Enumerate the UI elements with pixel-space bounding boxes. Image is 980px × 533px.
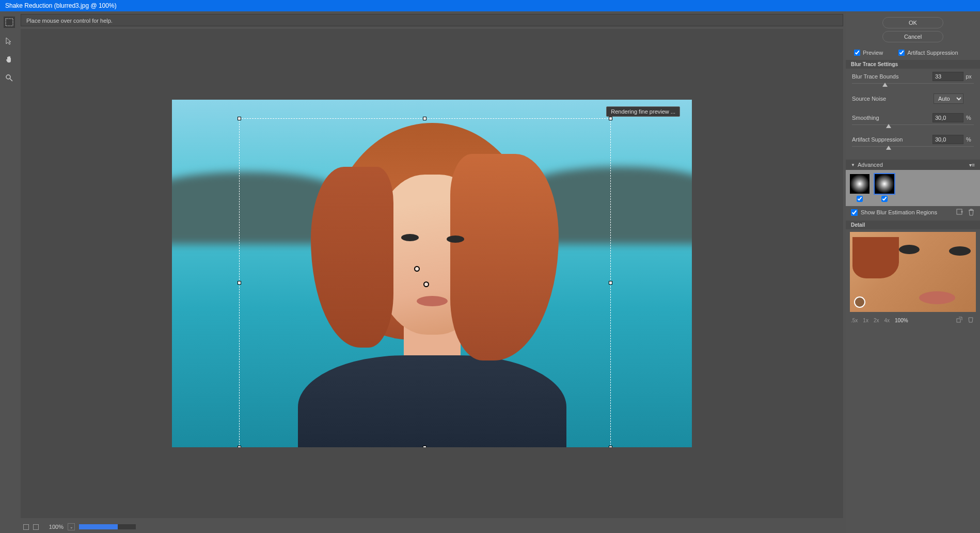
source-noise-label: Source Noise [852,96,934,102]
resize-handle-tr[interactable] [609,117,612,120]
blur-trace-bounds-label: Blur Trace Bounds [852,73,932,80]
hand-tool[interactable] [4,54,15,65]
left-toolbar [0,11,18,533]
blur-trace-thumb-2[interactable] [875,174,894,194]
blur-trace-thumb-1-enable[interactable] [857,196,863,202]
view-mode-icon-1[interactable] [23,524,29,530]
window-titlebar: Shake Reduction (blurred3.jpg @ 100%) [0,0,980,11]
direct-selection-tool[interactable] [4,35,15,46]
resize-handle-ml[interactable] [238,281,241,285]
detail-delete-icon[interactable] [968,317,975,324]
artifact-suppression-slider[interactable] [852,146,974,151]
resize-handle-tl[interactable] [238,117,241,120]
detail-section-header: Detail [846,221,980,229]
help-bar: Place mouse over control for help. [21,14,843,26]
blur-estimation-tool[interactable] [4,17,15,28]
zoom-dropdown[interactable]: ⌄ [68,523,75,530]
zoom-1x[interactable]: 1x [863,318,868,323]
zoom-2x[interactable]: 2x [874,318,879,323]
svg-line-2 [10,79,12,81]
cancel-button[interactable]: Cancel [882,31,943,42]
ok-button[interactable]: OK [882,17,943,28]
show-regions-checkbox[interactable] [851,209,858,216]
detail-preview[interactable] [850,232,976,312]
bottom-status-bar: ⌄ [18,521,846,533]
add-region-icon[interactable] [956,209,963,216]
preview-checkbox[interactable]: Preview [854,50,883,56]
blur-trace-thumbnails [846,170,980,206]
zoom-4x[interactable]: 4x [884,318,890,323]
artifact-suppression-input[interactable] [932,135,963,144]
progress-bar [79,524,136,529]
source-noise-select[interactable]: Auto [934,93,963,104]
delete-region-icon[interactable] [968,209,975,216]
svg-rect-0 [6,19,13,26]
smoothing-input[interactable] [932,113,963,122]
resize-handle-mr[interactable] [609,281,612,285]
resize-handle-bc[interactable] [423,446,426,447]
document-preview[interactable]: Rendering fine preview ... [172,100,692,447]
advanced-section-header[interactable]: ▼ Advanced ▾≡ [846,160,980,170]
smoothing-label: Smoothing [852,115,932,121]
blur-region-pin-2[interactable] [423,281,429,287]
blur-region-pin-1[interactable] [414,266,420,272]
resize-handle-br[interactable] [609,446,612,447]
zoom-level-input[interactable] [43,524,64,530]
view-mode-icon-2[interactable] [33,524,39,530]
svg-rect-6 [957,319,960,322]
resize-handle-bl[interactable] [238,446,241,447]
collapse-icon: ▼ [851,163,855,167]
undock-icon[interactable] [956,317,963,324]
zoom-half[interactable]: .5x [851,318,858,323]
blur-trace-bounds-slider[interactable] [852,83,974,88]
right-panel: OK Cancel Preview Artifact Suppression B… [846,11,980,533]
zoom-100[interactable]: 100% [895,318,908,323]
blur-trace-thumb-1[interactable] [850,174,870,194]
zoom-tool[interactable] [4,72,15,84]
artifact-suppression-label: Artifact Suppression [852,136,932,143]
blur-trace-bounds-input[interactable] [932,72,963,81]
panel-menu-icon[interactable]: ▾≡ [969,162,975,168]
resize-handle-tc[interactable] [423,117,426,120]
artifact-suppression-checkbox[interactable]: Artifact Suppression [898,50,958,56]
help-text: Place mouse over control for help. [26,18,113,24]
window-title: Shake Reduction (blurred3.jpg @ 100%) [5,2,117,9]
blur-trace-thumb-2-enable[interactable] [881,196,888,202]
smoothing-slider[interactable] [852,124,974,130]
render-status-badge: Rendering fine preview ... [606,106,680,117]
detail-loupe-icon[interactable] [854,296,865,308]
blur-trace-section-header: Blur Trace Settings [846,60,980,69]
svg-point-1 [6,75,10,79]
canvas-area[interactable]: Rendering fine preview ... [21,29,843,518]
detail-zoom-controls: .5x 1x 2x 4x 100% [846,315,980,326]
